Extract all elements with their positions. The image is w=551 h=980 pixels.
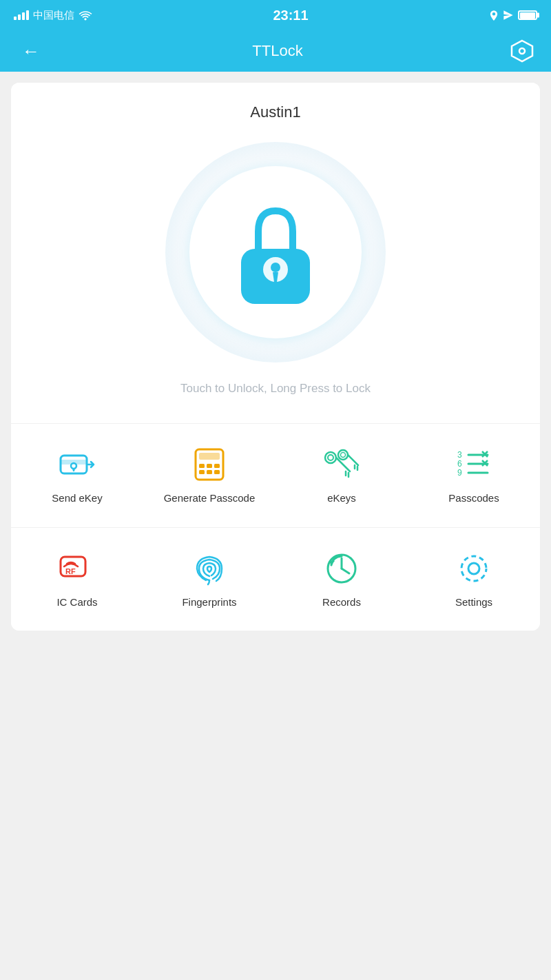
passcodes-label: Passcodes (448, 491, 499, 505)
status-left: 中国电信 (14, 9, 92, 22)
lock-name: Austin1 (250, 103, 300, 121)
svg-rect-11 (207, 464, 212, 468)
svg-point-7 (71, 463, 76, 469)
settings-label: Settings (455, 595, 492, 609)
svg-point-42 (468, 563, 479, 574)
bottom-spacer (0, 642, 551, 883)
lock-section[interactable]: Austin1 Touch to Unlock, Long Press to L… (11, 83, 540, 423)
svg-rect-15 (214, 470, 220, 474)
svg-point-16 (325, 452, 336, 463)
ic-cards-label: IC Cards (56, 595, 97, 609)
app-header: ← TTLock (0, 30, 551, 72)
send-ekey-icon (59, 446, 96, 483)
menu-item-settings[interactable]: Settings (408, 535, 540, 624)
menu-item-ic-cards[interactable]: RF IC Cards (11, 535, 143, 624)
wifi-icon (79, 10, 92, 21)
svg-text:RF: RF (65, 567, 76, 575)
menu-item-ekeys[interactable]: eKeys (276, 431, 408, 520)
menu-item-passcodes[interactable]: 3 6 9 Passcodes (408, 431, 540, 520)
svg-marker-0 (512, 41, 532, 61)
menu-row-2: RF IC Cards Fingerprints (11, 528, 540, 631)
hex-icon (510, 39, 534, 63)
generate-passcode-label: Generate Passcode (164, 491, 256, 505)
menu-item-generate-passcode[interactable]: Generate Passcode (143, 431, 276, 520)
status-time: 23:11 (273, 8, 308, 23)
header-title: TTLock (252, 42, 302, 60)
battery-icon (518, 10, 537, 20)
svg-line-23 (348, 455, 358, 465)
menu-item-send-ekey[interactable]: Send eKey (11, 431, 143, 520)
main-card: Austin1 Touch to Unlock, Long Press to L… (11, 83, 540, 631)
ekeys-label: eKeys (327, 491, 356, 505)
svg-point-1 (519, 48, 525, 54)
carrier-text: 中国电信 (33, 9, 74, 22)
svg-text:9: 9 (457, 468, 462, 478)
ekeys-icon (323, 446, 360, 483)
passcodes-icon: 3 6 9 (455, 446, 492, 483)
status-bar: 中国电信 23:11 (0, 0, 551, 30)
signal-icon (14, 10, 29, 20)
menu-row-1: Send eKey Generate Passco (11, 424, 540, 527)
lock-circle-inner[interactable] (189, 166, 362, 338)
svg-point-43 (461, 556, 486, 581)
svg-point-21 (338, 450, 348, 460)
fingerprints-icon (191, 550, 228, 587)
fingerprints-label: Fingerprints (182, 595, 236, 609)
svg-text:3: 3 (457, 450, 462, 460)
lock-icon (227, 201, 324, 304)
svg-rect-12 (214, 464, 220, 468)
generate-passcode-icon (191, 446, 228, 483)
records-label: Records (322, 595, 361, 609)
menu-item-fingerprints[interactable]: Fingerprints (143, 535, 276, 624)
svg-point-17 (328, 455, 333, 460)
back-button[interactable]: ← (17, 38, 45, 65)
svg-rect-9 (199, 453, 220, 460)
lock-circle-outer[interactable] (165, 142, 386, 363)
menu-item-records[interactable]: Records (276, 535, 408, 624)
navigation-icon (503, 10, 514, 21)
svg-rect-10 (199, 464, 205, 468)
location-icon (489, 10, 499, 21)
status-right (489, 10, 537, 21)
svg-rect-14 (207, 470, 212, 474)
svg-text:6: 6 (457, 459, 462, 469)
send-ekey-label: Send eKey (52, 491, 102, 505)
svg-rect-13 (199, 470, 205, 474)
svg-line-40 (342, 569, 349, 573)
ic-cards-icon: RF (59, 550, 96, 587)
records-icon (323, 550, 360, 587)
header-settings-button[interactable] (510, 39, 534, 63)
svg-point-22 (341, 453, 346, 458)
svg-point-4 (271, 263, 280, 272)
settings-icon (455, 550, 492, 587)
unlock-hint: Touch to Unlock, Long Press to Lock (180, 382, 371, 396)
